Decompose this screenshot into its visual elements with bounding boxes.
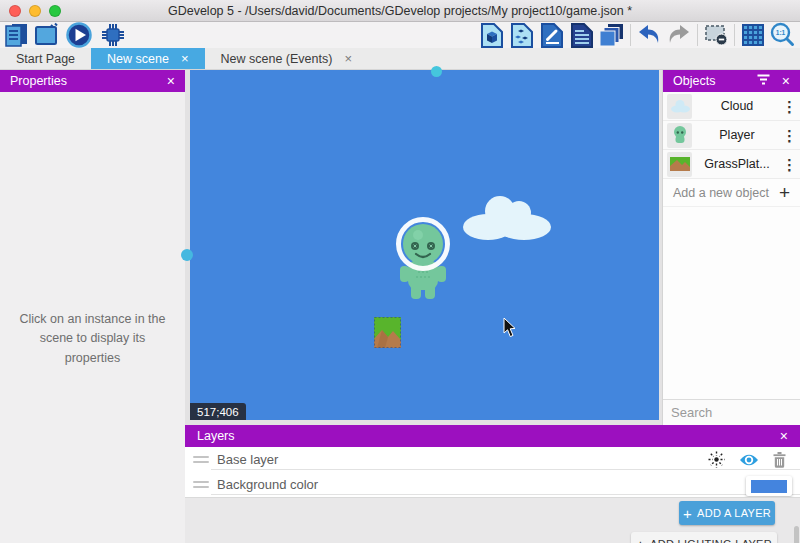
layer-row-base: Base layer <box>185 447 800 472</box>
redo-button[interactable] <box>664 22 694 48</box>
cursor-coordinates-badge: 517;406 <box>190 403 246 420</box>
grass-platform-sprite[interactable] <box>374 317 401 348</box>
grassplatform-thumbnail <box>667 152 692 177</box>
layer-name-field[interactable]: Background color <box>217 477 792 492</box>
instances-list-icon <box>570 22 595 48</box>
layer-row-background-color: Background color <box>185 472 800 497</box>
object-name: Cloud <box>692 99 782 113</box>
layers-panel-title: Layers <box>197 429 235 443</box>
layer-name-field[interactable]: Base layer <box>217 452 708 467</box>
traffic-lights <box>9 5 61 17</box>
edit-objects-button[interactable] <box>477 22 507 48</box>
tab-label: Start Page <box>16 52 75 66</box>
plus-icon: + <box>683 505 692 522</box>
minimize-window-button[interactable] <box>29 5 41 17</box>
project-manager-icon <box>4 22 30 48</box>
zoom-window-button[interactable] <box>49 5 61 17</box>
tab-new-scene[interactable]: New scene × <box>91 48 204 69</box>
color-swatch <box>751 480 787 493</box>
close-icon[interactable]: × <box>780 428 788 444</box>
render-mask-button[interactable] <box>701 22 731 48</box>
tab-close-icon[interactable]: × <box>344 51 352 66</box>
edit-scene-properties-icon <box>540 22 565 48</box>
edit-objects-icon <box>480 22 505 48</box>
tab-start-page[interactable]: Start Page <box>0 48 91 69</box>
titlebar: GDevelop 5 - /Users/david/Documents/GDev… <box>0 0 800 22</box>
objects-panel: Objects × Cloud ⋮ Player ⋮ GrassPlat... … <box>662 70 800 425</box>
player-sprite[interactable] <box>392 216 454 300</box>
grid-button[interactable] <box>738 22 768 48</box>
debug-icon <box>99 21 127 49</box>
object-menu-icon[interactable]: ⋮ <box>782 128 796 143</box>
open-scene-button[interactable] <box>32 22 62 48</box>
object-item-cloud[interactable]: Cloud ⋮ <box>663 92 800 121</box>
object-name: GrassPlat... <box>692 157 782 171</box>
visibility-eye-icon[interactable] <box>739 453 759 467</box>
add-lighting-layer-label: ADD LIGHTING LAYER <box>650 538 772 543</box>
background-color-picker[interactable] <box>746 476 792 496</box>
add-layer-button[interactable]: + ADD A LAYER <box>679 501 775 525</box>
tab-label: New scene <box>107 52 169 66</box>
properties-panel-header: Properties × <box>0 70 185 92</box>
scene-canvas[interactable]: 517;406 <box>190 70 659 420</box>
cloud-sprite[interactable] <box>460 192 554 242</box>
properties-empty-message: Click on an instance in the scene to dis… <box>0 310 185 368</box>
add-layer-label: ADD A LAYER <box>697 507 771 519</box>
panel-resize-handle[interactable] <box>181 249 193 261</box>
zoom-ratio-label: 1:1 <box>776 29 786 36</box>
zoom-ratio-icon: 1:1 <box>770 22 796 48</box>
layers-panel-header: Layers × <box>185 425 800 447</box>
tab-close-icon[interactable]: × <box>181 51 189 66</box>
objects-search <box>663 399 800 425</box>
cloud-thumbnail <box>667 94 692 119</box>
close-icon[interactable]: × <box>782 73 790 89</box>
project-manager-button[interactable] <box>2 22 32 48</box>
drag-handle-icon[interactable] <box>193 456 209 463</box>
object-name: Player <box>692 128 782 142</box>
layers-panel-footer: + ADD A LAYER + ADD LIGHTING LAYER <box>185 497 800 543</box>
layers-panel: Layers × Base layer <box>185 425 800 543</box>
object-menu-icon[interactable]: ⋮ <box>782 99 796 114</box>
redo-icon <box>666 23 692 47</box>
layer-name-underline <box>211 494 800 495</box>
close-window-button[interactable] <box>9 5 21 17</box>
undo-icon <box>636 23 662 47</box>
properties-panel: Properties × Click on an instance in the… <box>0 70 185 543</box>
filter-icon[interactable] <box>757 74 770 88</box>
undo-button[interactable] <box>634 22 664 48</box>
panel-resize-handle-top[interactable] <box>431 66 442 77</box>
drag-handle-icon[interactable] <box>193 481 209 488</box>
debug-button[interactable] <box>96 22 130 48</box>
play-icon <box>64 20 94 50</box>
object-item-player[interactable]: Player ⋮ <box>663 121 800 150</box>
play-button[interactable] <box>62 22 96 48</box>
lighting-icon[interactable] <box>708 451 725 468</box>
mouse-cursor <box>503 318 517 338</box>
window-title: GDevelop 5 - /Users/david/Documents/GDev… <box>168 4 632 18</box>
objects-list-empty-area <box>663 207 800 399</box>
vertical-scrollbar[interactable] <box>794 526 799 543</box>
open-scene-icon <box>34 22 60 48</box>
trash-icon[interactable] <box>773 452 786 468</box>
tab-bar: Start Page New scene × New scene (Events… <box>0 48 800 70</box>
plus-icon: + <box>636 536 645 543</box>
toolbar: 1:1 <box>0 22 800 48</box>
add-lighting-layer-button[interactable]: + ADD LIGHTING LAYER <box>631 532 777 543</box>
layers-icon <box>599 22 625 48</box>
layers-editor-button[interactable] <box>597 22 627 48</box>
edit-groups-button[interactable] <box>507 22 537 48</box>
properties-panel-title: Properties <box>10 74 67 88</box>
object-item-grassplatform[interactable]: GrassPlat... ⋮ <box>663 150 800 179</box>
player-thumbnail <box>667 123 692 148</box>
zoom-ratio-button[interactable]: 1:1 <box>768 22 798 48</box>
edit-scene-properties-button[interactable] <box>537 22 567 48</box>
render-mask-icon <box>704 23 729 47</box>
add-new-object-button[interactable]: Add a new object + <box>663 179 800 207</box>
close-icon[interactable]: × <box>167 73 175 89</box>
object-menu-icon[interactable]: ⋮ <box>782 157 796 172</box>
objects-panel-header: Objects × <box>663 70 800 92</box>
tab-new-scene-events[interactable]: New scene (Events) × <box>205 48 368 69</box>
search-input[interactable] <box>671 405 800 420</box>
instances-list-button[interactable] <box>567 22 597 48</box>
tab-label: New scene (Events) <box>221 52 333 66</box>
